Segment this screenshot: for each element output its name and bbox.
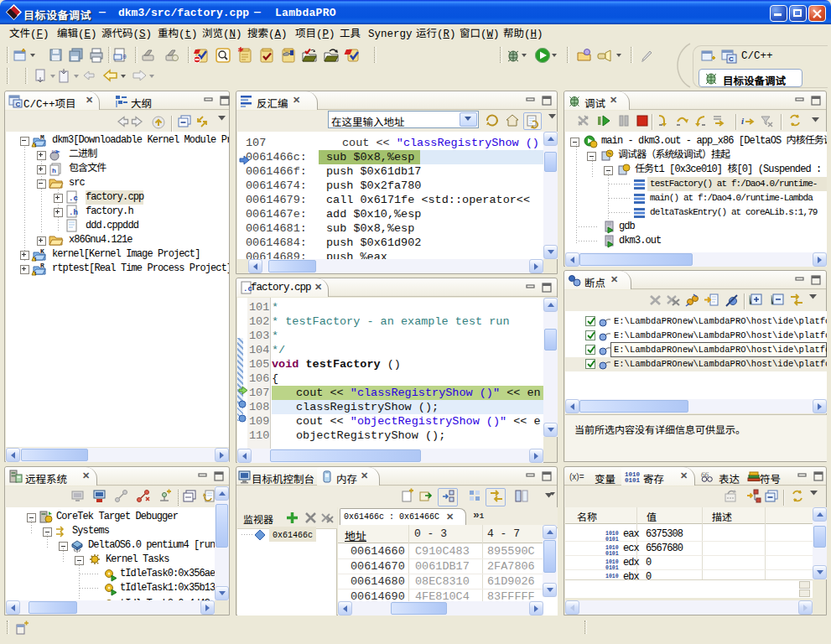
svg-text:C: C — [16, 101, 21, 108]
svg-text:h: h — [52, 167, 56, 174]
svg-text:.h: .h — [69, 209, 78, 217]
svg-text:0101: 0101 — [605, 537, 619, 543]
svg-text:(x)=: (x)= — [569, 472, 584, 481]
svg-text:!: ! — [34, 271, 38, 277]
svg-text:R: R — [40, 262, 44, 269]
svg-text:1010: 1010 — [605, 559, 619, 565]
svg-text:.c: .c — [69, 195, 78, 203]
svg-text:C: C — [729, 55, 734, 63]
svg-text:M: M — [40, 133, 44, 141]
svg-text:i: i — [741, 116, 745, 126]
svg-text:1010: 1010 — [605, 545, 619, 551]
svg-text:!: ! — [34, 143, 38, 148]
svg-text:0101: 0101 — [605, 551, 619, 557]
svg-text:1010: 1010 — [605, 574, 619, 579]
svg-text:1010: 1010 — [605, 531, 619, 537]
svg-text:0101: 0101 — [605, 565, 619, 571]
svg-text:K: K — [40, 247, 44, 255]
svg-text:0101: 0101 — [625, 477, 641, 484]
